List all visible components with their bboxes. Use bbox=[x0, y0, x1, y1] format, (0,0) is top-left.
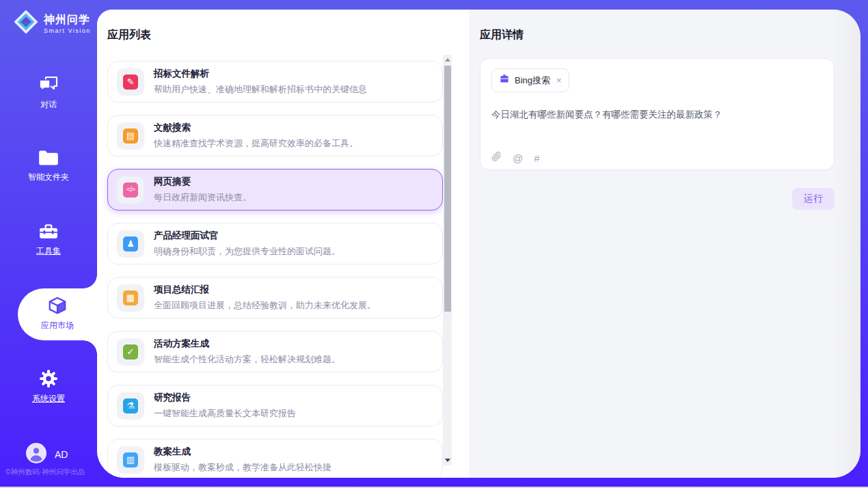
brand-name: 神州问学 bbox=[44, 13, 91, 27]
icon-glyph: ✓ bbox=[123, 344, 138, 360]
icon-glyph: ✎ bbox=[123, 74, 138, 90]
edit-document-icon: ✎ bbox=[117, 68, 144, 96]
book-icon: ▤ bbox=[117, 122, 144, 150]
sidebar-item-label: 应用市场 bbox=[18, 320, 97, 331]
sidebar-item-settings[interactable]: 系统设置 bbox=[0, 369, 97, 405]
run-button[interactable]: 运行 bbox=[792, 188, 835, 210]
tool-chip-bing-search[interactable]: Bing搜索 × bbox=[491, 68, 569, 92]
app-name: 研究报告 bbox=[154, 392, 296, 404]
avatar bbox=[26, 443, 46, 466]
app-card-web-summary-selected[interactable]: </> 网页摘要 每日政府新闻资讯快查。 bbox=[107, 169, 443, 211]
app-name: 招标文件解析 bbox=[154, 68, 367, 80]
app-card-research-report[interactable]: ⚗ 研究报告 一键智能生成高质量长文本研究报告 bbox=[107, 385, 443, 426]
app-name: 网页摘要 bbox=[154, 176, 252, 188]
app-desc: 一键智能生成高质量长文本研究报告 bbox=[154, 407, 296, 420]
brand-diamond-icon bbox=[12, 8, 40, 38]
sidebar-item-label: 对话 bbox=[0, 99, 97, 111]
sidebar: 神州问学 Smart Vision 对话 智能文件夹 bbox=[0, 0, 97, 488]
active-tab-fillet-top bbox=[83, 275, 97, 288]
books-icon: ▥ bbox=[117, 446, 144, 474]
app-detail-title: 应用详情 bbox=[480, 28, 835, 42]
icon-glyph: ▦ bbox=[123, 290, 138, 306]
folder-icon bbox=[0, 149, 97, 167]
icon-glyph: ▤ bbox=[123, 128, 138, 144]
cube-icon bbox=[47, 306, 68, 318]
web-code-icon: </> bbox=[117, 176, 144, 204]
prompt-card[interactable]: Bing搜索 × 今日湖北有哪些新闻要点？有哪些需要关注的最新政策？ @ # bbox=[480, 58, 835, 170]
brand-logo: 神州问学 Smart Vision bbox=[12, 8, 91, 38]
sidebar-item-toolset[interactable]: 工具集 bbox=[0, 223, 97, 257]
app-desc: 明确身份和职责，为您提供专业性的面试问题。 bbox=[154, 245, 340, 258]
app-list-panel: 应用列表 ✎ 招标文件解析 帮助用户快速、准确地理解和解析招标书中的关键信息 ▤… bbox=[97, 10, 469, 478]
hash-icon[interactable]: # bbox=[534, 152, 539, 164]
brand-subtitle: Smart Vision bbox=[44, 27, 91, 34]
icon-glyph: ⚗ bbox=[123, 398, 138, 414]
sidebar-item-app-market-active[interactable]: 应用市场 bbox=[18, 288, 97, 340]
copyright-text: ©神州数码·神州问学出品 bbox=[5, 467, 85, 477]
app-desc: 模板驱动，教案秒成，教学准备从此轻松快捷 bbox=[154, 461, 331, 474]
app-name: 产品经理面试官 bbox=[154, 230, 340, 242]
app-name: 文献搜索 bbox=[154, 122, 358, 134]
query-text[interactable]: 今日湖北有哪些新闻要点？有哪些需要关注的最新政策？ bbox=[491, 109, 823, 121]
app-desc: 每日政府新闻资讯快查。 bbox=[154, 191, 252, 204]
sidebar-item-label: 系统设置 bbox=[0, 393, 97, 405]
icon-glyph: </> bbox=[123, 182, 138, 198]
app-detail-panel: 应用详情 Bing搜索 × 今日湖北有哪些新闻要点？有哪些需要关注的最新政策？ bbox=[469, 10, 860, 478]
icon-glyph: ♟ bbox=[123, 236, 138, 252]
scroll-down-icon[interactable] bbox=[445, 459, 450, 462]
app-name: 项目总结汇报 bbox=[154, 284, 376, 296]
microscope-icon: ⚗ bbox=[117, 392, 144, 420]
app-card-lesson-plan[interactable]: ▥ 教案生成 模板驱动，教案秒成，教学准备从此轻松快捷 bbox=[107, 439, 443, 478]
app-list: ✎ 招标文件解析 帮助用户快速、准确地理解和解析招标书中的关键信息 ▤ 文献搜索… bbox=[107, 61, 443, 478]
close-icon[interactable]: × bbox=[556, 75, 562, 85]
scrollbar-thumb[interactable] bbox=[444, 66, 451, 312]
toolbox-icon bbox=[0, 223, 97, 241]
app-card-pm-interviewer[interactable]: ♟ 产品经理面试官 明确身份和职责，为您提供专业性的面试问题。 bbox=[107, 223, 443, 265]
app-name: 教案生成 bbox=[154, 446, 331, 458]
app-desc: 智能生成个性化活动方案，轻松解决规划难题。 bbox=[154, 353, 340, 366]
chat-icon bbox=[0, 75, 97, 94]
app-desc: 快速精准查找学术资源，提高研究效率的必备工具。 bbox=[154, 137, 358, 150]
app-card-literature-search[interactable]: ▤ 文献搜索 快速精准查找学术资源，提高研究效率的必备工具。 bbox=[107, 115, 443, 157]
summary-note-icon: ▦ bbox=[117, 284, 144, 312]
gear-icon bbox=[0, 369, 97, 388]
input-toolbar: @ # bbox=[491, 151, 823, 165]
main-content: 应用列表 ✎ 招标文件解析 帮助用户快速、准确地理解和解析招标书中的关键信息 ▤… bbox=[97, 10, 860, 478]
paperclip-icon[interactable] bbox=[491, 151, 502, 165]
interviewer-icon: ♟ bbox=[117, 230, 144, 258]
user-account[interactable]: AD bbox=[26, 443, 68, 466]
sidebar-item-label: 工具集 bbox=[0, 245, 97, 257]
app-name: 活动方案生成 bbox=[154, 338, 340, 350]
app-list-title: 应用列表 bbox=[107, 28, 469, 42]
app-card-tender-analysis[interactable]: ✎ 招标文件解析 帮助用户快速、准确地理解和解析招标书中的关键信息 bbox=[107, 61, 443, 103]
icon-glyph: ▥ bbox=[123, 452, 138, 467]
sidebar-item-smart-folder[interactable]: 智能文件夹 bbox=[0, 149, 97, 183]
at-mention-icon[interactable]: @ bbox=[513, 152, 523, 164]
user-name: AD bbox=[55, 449, 68, 460]
sidebar-item-label: 智能文件夹 bbox=[0, 172, 97, 183]
active-tab-fillet-bottom bbox=[83, 340, 97, 354]
app-desc: 全面回顾项目进展，总结经验教训，助力未来优化发展。 bbox=[154, 299, 376, 312]
briefcase-icon bbox=[499, 74, 510, 87]
app-card-project-summary[interactable]: ▦ 项目总结汇报 全面回顾项目进展，总结经验教训，助力未来优化发展。 bbox=[107, 277, 443, 318]
scroll-up-icon[interactable] bbox=[445, 58, 450, 62]
sidebar-item-chat[interactable]: 对话 bbox=[0, 75, 97, 111]
app-card-event-plan[interactable]: ✓ 活动方案生成 智能生成个性化活动方案，轻松解决规划难题。 bbox=[107, 331, 443, 372]
app-desc: 帮助用户快速、准确地理解和解析招标书中的关键信息 bbox=[154, 83, 367, 96]
clipboard-check-icon: ✓ bbox=[117, 338, 144, 366]
list-scrollbar[interactable] bbox=[443, 55, 452, 465]
tool-chip-label: Bing搜索 bbox=[515, 74, 550, 87]
